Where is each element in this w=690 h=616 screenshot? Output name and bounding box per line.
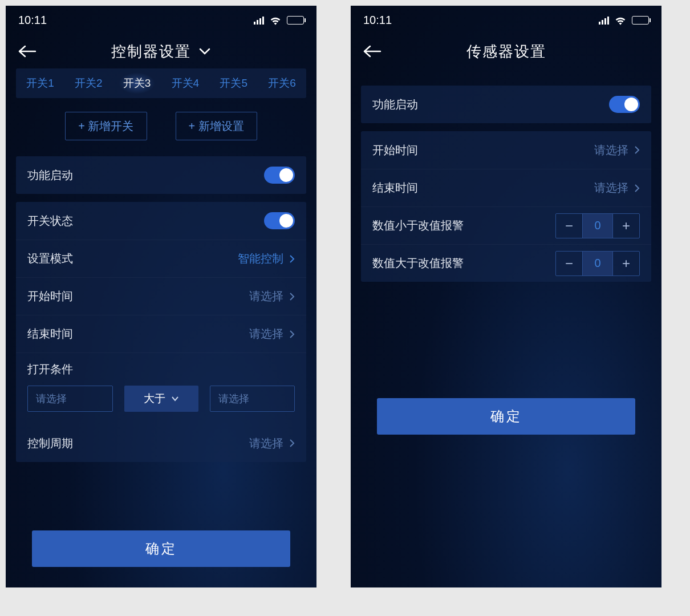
add-buttons-row: + 新增开关 + 新增设置 (16, 112, 306, 140)
low-alarm-row: 数值小于改值报警 − 0 + (361, 206, 651, 244)
status-bar: 10:11 (6, 6, 316, 34)
start-time-label: 开始时间 (372, 143, 418, 158)
end-time-row[interactable]: 结束时间 请选择 (16, 315, 306, 352)
sensor-settings-card: 开始时间 请选择 结束时间 请选择 数值小于改值报警 − 0 + (361, 131, 651, 282)
enable-card: 功能启动 (16, 156, 306, 194)
phone-sensor-settings: 10:11 传感器设置 功能启动 开始时间 请选 (351, 6, 661, 587)
high-alarm-decrement[interactable]: − (556, 252, 582, 275)
end-time-value: 请选择 (594, 180, 628, 196)
status-time: 10:11 (18, 14, 47, 27)
start-time-row[interactable]: 开始时间 请选择 (16, 277, 306, 315)
switch-state-toggle[interactable] (264, 212, 295, 229)
nav-bar: 传感器设置 (351, 34, 661, 68)
back-button[interactable] (361, 40, 384, 63)
condition-left-select[interactable]: 请选择 (27, 386, 113, 412)
switch-tabs: 开关1 开关2 开关3 开关4 开关5 开关6 (16, 68, 306, 98)
high-alarm-value[interactable]: 0 (582, 252, 613, 275)
confirm-button[interactable]: 确定 (32, 530, 290, 567)
confirm-area: 确定 (361, 398, 651, 455)
enable-toggle[interactable] (264, 167, 295, 184)
high-alarm-row: 数值大于改值报警 − 0 + (361, 244, 651, 282)
open-condition-label-row: 打开条件 (16, 352, 306, 386)
content: 开关1 开关2 开关3 开关4 开关5 开关6 + 新增开关 + 新增设置 功能… (6, 68, 316, 587)
chevron-right-icon (289, 254, 295, 264)
cycle-value: 请选择 (249, 436, 283, 451)
cycle-label: 控制周期 (27, 436, 73, 451)
switch-state-row: 开关状态 (16, 202, 306, 240)
end-time-value: 请选择 (249, 326, 283, 342)
open-condition-label: 打开条件 (27, 362, 73, 377)
start-time-label: 开始时间 (27, 289, 73, 304)
enable-toggle[interactable] (609, 96, 640, 113)
enable-label: 功能启动 (27, 168, 73, 183)
phone-controller-settings: 10:11 控制器设置 开关1 开关2 开关3 开关4 开关5 开关6 (6, 6, 316, 587)
mode-label: 设置模式 (27, 251, 73, 266)
condition-right-placeholder: 请选择 (218, 392, 249, 406)
start-time-value: 请选择 (249, 289, 283, 304)
tab-switch-1[interactable]: 开关1 (22, 72, 59, 94)
low-alarm-decrement[interactable]: − (556, 214, 582, 238)
cellular-icon (599, 15, 609, 25)
tab-switch-2[interactable]: 开关2 (70, 72, 107, 94)
low-alarm-stepper: − 0 + (555, 213, 640, 238)
settings-card: 开关状态 设置模式 智能控制 开始时间 请选择 结束时间 (16, 202, 306, 462)
tab-switch-3[interactable]: 开关3 (119, 72, 156, 94)
add-setting-button[interactable]: + 新增设置 (176, 112, 257, 140)
low-alarm-increment[interactable]: + (613, 214, 639, 238)
start-time-value: 请选择 (594, 143, 628, 158)
end-time-row[interactable]: 结束时间 请选择 (361, 169, 651, 206)
enable-label: 功能启动 (372, 97, 418, 112)
tab-switch-5[interactable]: 开关5 (215, 72, 252, 94)
end-time-label: 结束时间 (27, 326, 73, 342)
chevron-down-icon (171, 396, 179, 402)
status-indicators (599, 15, 649, 25)
add-setting-label: + 新增设置 (189, 119, 244, 134)
nav-bar: 控制器设置 (6, 34, 316, 68)
mode-row[interactable]: 设置模式 智能控制 (16, 240, 306, 277)
condition-comparator-select[interactable]: 大于 (124, 386, 198, 412)
switch-state-label: 开关状态 (27, 213, 73, 229)
tab-switch-4[interactable]: 开关4 (167, 72, 204, 94)
end-time-label: 结束时间 (372, 180, 418, 196)
battery-icon (632, 16, 649, 25)
enable-card: 功能启动 (361, 86, 651, 123)
cycle-row[interactable]: 控制周期 请选择 (16, 424, 306, 462)
chevron-right-icon (289, 330, 295, 339)
condition-right-select[interactable]: 请选择 (210, 386, 295, 412)
battery-icon (287, 16, 304, 25)
condition-left-placeholder: 请选择 (36, 392, 67, 406)
back-button[interactable] (16, 40, 39, 63)
wifi-icon (270, 15, 281, 25)
add-switch-label: + 新增开关 (78, 119, 133, 134)
high-alarm-label: 数值大于改值报警 (372, 256, 464, 271)
content: 功能启动 开始时间 请选择 结束时间 请选择 数值小于改值报警 (351, 68, 661, 587)
enable-row: 功能启动 (16, 156, 306, 194)
enable-row: 功能启动 (361, 86, 651, 123)
status-indicators (254, 15, 304, 25)
chevron-right-icon (289, 292, 295, 301)
wifi-icon (615, 15, 626, 25)
status-time: 10:11 (363, 14, 392, 27)
page-title: 控制器设置 (111, 42, 191, 62)
low-alarm-label: 数值小于改值报警 (372, 218, 464, 233)
mode-value: 智能控制 (238, 251, 283, 266)
condition-comparator-value: 大于 (144, 391, 165, 406)
chevron-right-icon (634, 184, 640, 193)
low-alarm-value[interactable]: 0 (582, 214, 613, 238)
tab-switch-6[interactable]: 开关6 (263, 72, 301, 94)
page-title: 传感器设置 (466, 42, 546, 62)
status-bar: 10:11 (351, 6, 661, 34)
start-time-row[interactable]: 开始时间 请选择 (361, 131, 651, 169)
chevron-right-icon (634, 145, 640, 155)
title-dropdown[interactable] (198, 44, 212, 58)
high-alarm-stepper: − 0 + (555, 251, 640, 276)
open-condition-inputs: 请选择 大于 请选择 (16, 386, 306, 424)
chevron-right-icon (289, 439, 295, 448)
confirm-area: 确定 (16, 530, 306, 587)
confirm-button[interactable]: 确定 (377, 398, 635, 435)
add-switch-button[interactable]: + 新增开关 (65, 112, 147, 140)
cellular-icon (254, 15, 264, 25)
high-alarm-increment[interactable]: + (613, 252, 639, 275)
